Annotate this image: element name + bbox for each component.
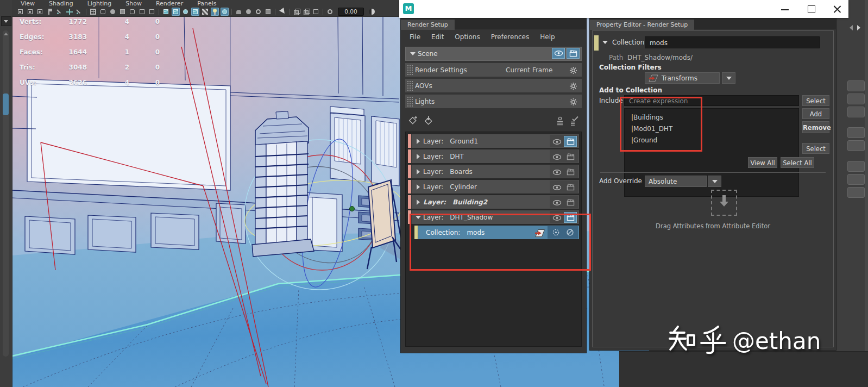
left-scrollbar[interactable] [3,30,9,357]
shaded-textured-icon[interactable] [181,8,190,16]
shadows-icon[interactable] [221,8,229,16]
multisample-icon[interactable] [254,8,262,16]
expander-icon[interactable] [417,184,420,190]
maximize-button[interactable] [799,0,823,18]
layer-renderable-button[interactable] [564,166,577,177]
resolution-gate-icon[interactable] [109,8,117,16]
menu-renderer[interactable]: Renderer [156,0,183,7]
scroll-left-icon[interactable] [850,25,853,30]
attribute-drop-target[interactable] [711,190,737,216]
override-type-dropdown[interactable]: Absolute [645,176,707,187]
collection-filter-dropdown[interactable]: Transforms [645,72,720,84]
scroll-up-arrow-icon[interactable] [4,33,8,35]
snap-icon[interactable] [292,8,300,16]
shelf-button[interactable] [847,187,865,198]
drag-handle[interactable] [407,65,413,75]
shelf-button[interactable] [847,107,865,117]
expander-icon[interactable] [417,139,420,144]
render-settings-item[interactable]: Render Settings Current Frame [405,63,582,77]
left-scrollbar-thumb[interactable] [3,93,9,115]
menu-edit[interactable]: Edit [431,33,444,41]
layer-visibility-button[interactable] [551,151,563,161]
greasepencil-icon[interactable] [75,8,83,16]
bookmark-icon[interactable] [46,8,54,16]
layer-renderable-button[interactable] [564,151,577,162]
grid-icon[interactable] [89,8,97,16]
film-gate-icon[interactable] [99,8,107,16]
safe-title-icon[interactable] [148,8,156,16]
expander-icon[interactable] [417,169,420,174]
close-button[interactable] [825,0,849,18]
shaded-display-icon[interactable] [172,8,180,16]
safe-action-icon[interactable] [138,8,146,16]
layer-renderable-button[interactable] [564,197,577,208]
menu-options[interactable]: Options [455,33,480,41]
object-selection-icon[interactable] [278,8,286,16]
camera-attributes-icon[interactable] [36,8,44,16]
tab-property-editor[interactable]: Property Editor - Render Setup [590,20,694,30]
expander-icon[interactable] [417,199,420,205]
layer-visibility-button[interactable] [551,182,563,192]
menu-panels[interactable]: Panels [197,0,216,7]
lights-item[interactable]: Lights [405,95,582,108]
layer-row-dht[interactable]: Layer: DHT [408,149,579,163]
shelf-button[interactable] [847,174,865,185]
frame-region-icon[interactable] [312,8,320,16]
expander-icon[interactable] [410,52,416,55]
expander-icon[interactable] [417,154,420,159]
use-all-lights-icon[interactable] [201,8,209,16]
depth-peeling-icon[interactable] [264,8,272,16]
layer-visibility-button[interactable] [551,166,563,177]
scene-renderable-button[interactable] [567,48,580,59]
lighting-icon[interactable] [211,8,219,16]
layer-row-cylinder[interactable]: Layer: Cylinder [408,180,579,194]
shelf-button[interactable] [847,127,865,138]
exposure-cycle-icon[interactable] [326,8,334,16]
menu-preferences[interactable]: Preferences [491,33,530,41]
scene-visibility-button[interactable] [552,48,565,59]
camera-icon[interactable] [16,8,24,16]
shelf-button[interactable] [847,161,865,172]
override-dropdown-arrow[interactable] [708,176,721,187]
shelf-button[interactable] [847,93,865,104]
gamma-icon[interactable] [368,8,376,16]
add-button[interactable]: Add [802,108,829,119]
select-expression-button[interactable]: Select [802,95,829,106]
gear-icon[interactable] [569,65,577,75]
layer-row-building2[interactable]: Layer: Building2 [408,195,579,209]
renderable-column-toggle[interactable] [570,115,578,126]
minimize-button[interactable] [773,0,797,18]
gear-icon[interactable] [569,96,577,107]
screen-space-ao-icon[interactable] [235,8,243,16]
layer-row-ground1[interactable]: Layer: Ground1 [408,134,579,148]
gate-mask-icon[interactable] [118,8,127,16]
select-members-button[interactable]: Select [802,143,829,154]
import-layer-button[interactable] [423,115,433,126]
remove-button[interactable]: Remove [802,121,829,133]
shelf-button[interactable] [847,140,865,151]
menu-file[interactable]: File [410,33,420,41]
drag-handle[interactable] [407,96,413,107]
select-all-button[interactable]: Select All [781,157,814,168]
filter-dropdown-arrow[interactable] [722,72,735,84]
visibility-column-toggle[interactable] [556,115,564,126]
snap-alt-icon[interactable] [302,8,310,16]
panel-menu-dropdown[interactable] [1,16,11,26]
motion-blur-icon[interactable] [244,8,253,16]
pan-zoom-icon[interactable] [65,8,73,16]
wireframe-display-icon[interactable] [162,8,170,16]
textured-display-icon[interactable] [191,8,199,16]
expander-icon[interactable] [602,41,608,44]
drag-handle[interactable] [407,80,413,91]
field-chart-icon[interactable] [128,8,136,16]
tab-render-setup[interactable]: Render Setup [401,20,455,30]
shelf-button[interactable] [847,80,865,91]
aovs-item[interactable]: AOVs [405,79,582,92]
render-setup-window-titlebar[interactable]: M [399,0,848,18]
scene-header[interactable]: Scene [405,47,582,61]
create-layer-button[interactable] [407,115,418,126]
scroll-right-icon[interactable] [857,25,860,30]
image-plane-icon[interactable] [55,8,64,16]
layer-visibility-button[interactable] [551,136,563,146]
view-all-button[interactable]: View All [748,157,777,168]
